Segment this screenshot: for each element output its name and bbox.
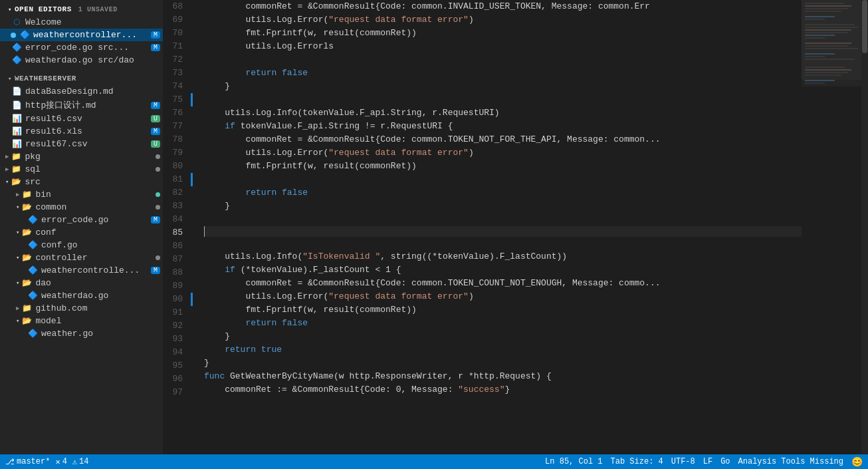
warning-count[interactable]: ⚠ 14 bbox=[72, 457, 89, 467]
line-87: 87 bbox=[163, 253, 199, 266]
code-line-89: commonRet = &CommonResult{Code: common.T… bbox=[204, 277, 802, 290]
code-line-78: commonRet = &CommonResult{Code: common.T… bbox=[204, 133, 802, 146]
code-editor[interactable]: 68 69 70 71 72 73 74 75 76 77 78 79 80 8… bbox=[163, 0, 868, 454]
line-89: 89 bbox=[163, 279, 199, 293]
sidebar-item-error-code[interactable]: 🔷 error_code.go src... M bbox=[0, 41, 163, 54]
result6csv-label: result6.csv bbox=[25, 114, 151, 124]
pkg-dot bbox=[156, 154, 160, 159]
vscode-icon: ⬡ bbox=[11, 17, 23, 27]
error-code-label: error_code.go src... bbox=[25, 43, 151, 53]
line-ending-label: LF bbox=[703, 457, 712, 466]
warning-count-label: 14 bbox=[79, 457, 88, 466]
change-88 bbox=[191, 266, 193, 279]
sidebar-item-common[interactable]: ▾ 📂 common bbox=[0, 201, 163, 214]
sidebar-item-weatherdao[interactable]: 🔷 weatherdao.go src/dao bbox=[0, 54, 163, 67]
line-96: 96 bbox=[163, 373, 199, 386]
language-item[interactable]: Go bbox=[720, 457, 730, 466]
analysis-tools-item[interactable]: Analysis Tools Missing bbox=[738, 457, 843, 466]
error-code2-label: error_code.go bbox=[41, 215, 151, 225]
vertical-scrollbar[interactable] bbox=[861, 0, 868, 454]
sidebar-item-weather-go[interactable]: 🔷 weather.go bbox=[0, 327, 163, 340]
weatherdao2-label: weatherdao.go bbox=[41, 291, 163, 301]
smiley-item[interactable]: 😊 bbox=[851, 456, 863, 468]
open-editors-label: OPEN EDITORS bbox=[15, 5, 72, 13]
line-94: 94 bbox=[163, 346, 199, 359]
language-label: Go bbox=[720, 457, 730, 466]
code-line-70: fmt.Fprintf(w, result(commonRet)) bbox=[204, 27, 802, 40]
sidebar-item-sql[interactable]: ▶ 📁 sql bbox=[0, 163, 163, 176]
code-line-74: } bbox=[204, 80, 802, 93]
sidebar-item-controller[interactable]: ▾ 📂 controller bbox=[0, 251, 163, 264]
sidebar-item-dataBaseDesign[interactable]: 📄 dataBaseDesign.md bbox=[0, 85, 163, 98]
status-right: Ln 85, Col 1 Tab Size: 4 UTF-8 LF Go Ana… bbox=[545, 456, 863, 468]
folder-open-src: 📂 bbox=[10, 177, 22, 187]
code-line-92: return false bbox=[204, 317, 802, 330]
change-84 bbox=[191, 213, 193, 226]
sidebar-item-github[interactable]: ▶ 📁 github.com bbox=[0, 302, 163, 315]
sidebar-item-wc2[interactable]: 🔷 weathercontrolle... M bbox=[0, 264, 163, 277]
scrollbar-thumb[interactable] bbox=[862, 0, 867, 53]
code-line-68: commonRet = &CommonResult{Code: common.I… bbox=[204, 0, 802, 13]
status-bar: ⎇ master* ✕ 4 ⚠ 14 Ln 85, Col 1 Tab Size… bbox=[0, 454, 868, 469]
sidebar-item-model[interactable]: ▾ 📂 model bbox=[0, 315, 163, 327]
code-line-97: commonRet := &CommonResult{Code: 0, Mess… bbox=[204, 383, 802, 396]
sidebar-item-dao[interactable]: ▾ 📂 dao bbox=[0, 277, 163, 289]
change-72 bbox=[191, 53, 193, 67]
code-line-73: return false bbox=[204, 67, 802, 80]
minimap-slider[interactable] bbox=[802, 0, 861, 80]
sidebar-item-conf-go[interactable]: 🔷 conf.go bbox=[0, 239, 163, 251]
line-ending-item[interactable]: LF bbox=[703, 457, 712, 466]
sidebar-item-bin[interactable]: ▶ 📁 bin bbox=[0, 188, 163, 201]
sidebar-item-src[interactable]: ▾ 📂 src bbox=[0, 176, 163, 188]
result67csv-label: result67.csv bbox=[25, 139, 151, 149]
sidebar-item-conf[interactable]: ▾ 📂 conf bbox=[0, 226, 163, 239]
sidebar-item-weathercontroller[interactable]: 🔷 weathercontroller... M bbox=[0, 29, 163, 41]
dao-label: dao bbox=[35, 278, 163, 288]
bin-label: bin bbox=[35, 190, 156, 200]
line-86: 86 bbox=[163, 239, 199, 253]
folder-icon-sql: 📁 bbox=[10, 164, 22, 174]
sidebar-item-weatherdao2[interactable]: 🔷 weatherdao.go bbox=[0, 289, 163, 302]
tab-size-item[interactable]: Tab Size: 4 bbox=[611, 457, 663, 466]
bin-chevron: ▶ bbox=[16, 191, 19, 198]
src-label: src bbox=[25, 177, 163, 187]
go-icon2: 🔷 bbox=[27, 215, 39, 225]
csv-icon2: 📊 bbox=[11, 139, 23, 149]
folder-conf: 📂 bbox=[21, 228, 33, 237]
go-file-icon: 🔷 bbox=[11, 43, 23, 53]
minimap bbox=[802, 0, 861, 454]
line-97: 97 bbox=[163, 386, 199, 399]
badge-m: M bbox=[151, 31, 160, 39]
sidebar-item-error-code2[interactable]: 🔷 error_code.go M bbox=[0, 214, 163, 226]
change-77 bbox=[191, 120, 193, 133]
sidebar-item-result6xls[interactable]: 📊 result6.xls M bbox=[0, 125, 163, 138]
line-69: 69 bbox=[163, 13, 199, 27]
weatherserver-header[interactable]: ▾ WEATHERSERVER bbox=[0, 69, 163, 85]
git-branch[interactable]: ⎇ master* bbox=[5, 457, 50, 467]
model-label: model bbox=[35, 316, 163, 326]
sidebar-item-result6csv[interactable]: 📊 result6.csv U bbox=[0, 112, 163, 125]
error-count-label: 4 bbox=[62, 457, 67, 466]
encoding-item[interactable]: UTF-8 bbox=[671, 457, 695, 466]
common-chevron: ▾ bbox=[16, 204, 19, 211]
cursor-position[interactable]: Ln 85, Col 1 bbox=[545, 457, 602, 466]
open-editors-header[interactable]: ▾ OPEN EDITORS 1 UNSAVED bbox=[0, 0, 163, 16]
sidebar-item-welcome[interactable]: ⬡ Welcome bbox=[0, 16, 163, 29]
error-count[interactable]: ✕ 4 bbox=[55, 457, 66, 467]
code-text-area[interactable]: commonRet = &CommonResult{Code: common.I… bbox=[199, 0, 802, 454]
line-78: 78 bbox=[163, 133, 199, 146]
badge-m5: M bbox=[151, 216, 160, 224]
sidebar-item-pkg[interactable]: ▶ 📁 pkg bbox=[0, 150, 163, 163]
sidebar: ▾ OPEN EDITORS 1 UNSAVED ⬡ Welcome 🔷 wea… bbox=[0, 0, 163, 454]
sidebar-item-http[interactable]: 📄 http接口设计.md M bbox=[0, 98, 163, 112]
cursor-caret bbox=[204, 226, 205, 237]
code-line-72 bbox=[204, 53, 802, 67]
line-92: 92 bbox=[163, 319, 199, 333]
code-line-91: fmt.Fprintf(w, result(commonRet)) bbox=[204, 303, 802, 317]
code-line-79: utils.Log.Error("request data format err… bbox=[204, 146, 802, 160]
change-81 bbox=[191, 173, 193, 186]
gutter: 68 69 70 71 72 73 74 75 76 77 78 79 80 8… bbox=[163, 0, 199, 454]
smiley-icon: 😊 bbox=[851, 456, 863, 468]
sidebar-item-result67csv[interactable]: 📊 result67.csv U bbox=[0, 138, 163, 150]
go-icon4: 🔷 bbox=[27, 265, 39, 275]
